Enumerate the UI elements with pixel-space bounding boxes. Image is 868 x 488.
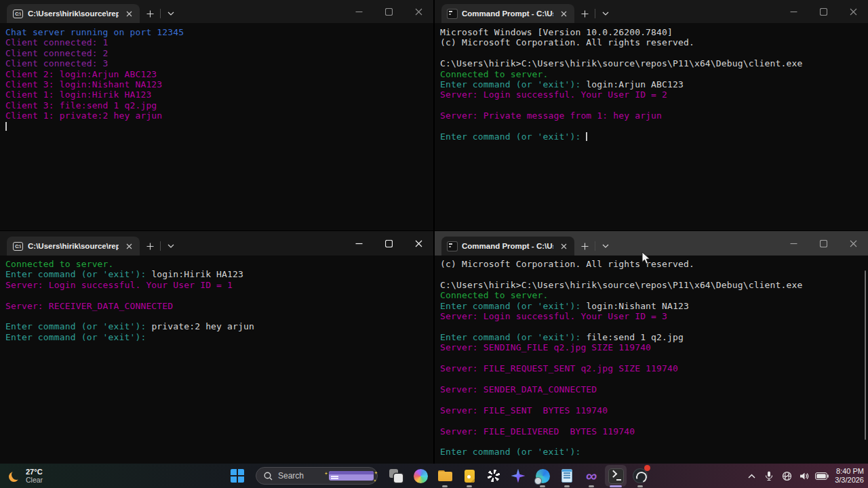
close-button[interactable] bbox=[403, 231, 433, 256]
terminal-output-nishant[interactable]: (c) Microsoft Corporation. All rights re… bbox=[435, 256, 868, 462]
notepad-button[interactable] bbox=[555, 464, 579, 488]
tab-close-icon[interactable] bbox=[123, 241, 134, 251]
terminal-output-server[interactable]: Chat server running on port 12345Client … bbox=[0, 23, 433, 136]
terminal-line: Server: Login successful. Your User ID =… bbox=[440, 311, 863, 321]
tab-dropdown-button[interactable] bbox=[161, 237, 181, 256]
cmd-terminal-icon: C:\ bbox=[13, 242, 23, 251]
task-view-button[interactable] bbox=[384, 464, 408, 488]
start-button[interactable] bbox=[225, 464, 250, 488]
window-client-hirik: C:\ C:\Users\hirik\source\repos\P Connec… bbox=[0, 231, 433, 464]
active-app-backplate bbox=[605, 465, 627, 487]
tab-close-icon[interactable] bbox=[558, 8, 569, 19]
terminal-line bbox=[440, 48, 863, 58]
new-tab-button[interactable] bbox=[140, 237, 160, 256]
titlebar[interactable]: Command Prompt - C:\Users\ bbox=[435, 231, 868, 256]
terminal-line: Server: SENDER_DATA_CONNECTED bbox=[440, 384, 863, 394]
tab-dropdown-button[interactable] bbox=[161, 4, 181, 23]
minimize-button[interactable] bbox=[344, 231, 374, 256]
tab-dropdown-button[interactable] bbox=[595, 4, 616, 23]
tab-dropdown-button[interactable] bbox=[595, 237, 616, 256]
terminal-line: Server: Login successful. Your User ID =… bbox=[5, 280, 428, 290]
visual-studio-button[interactable]: ∞ bbox=[579, 464, 604, 488]
sticky-notes-button[interactable] bbox=[457, 464, 481, 488]
terminal-line bbox=[440, 121, 863, 131]
terminal-line: Microsoft Windows [Version 10.0.26200.78… bbox=[440, 27, 863, 37]
tab-title: C:\Users\hirik\source\repos\P bbox=[28, 9, 119, 18]
active-running-indicator bbox=[610, 485, 622, 487]
new-tab-button[interactable] bbox=[140, 4, 160, 23]
minimize-button[interactable] bbox=[344, 0, 374, 23]
microphone-icon[interactable] bbox=[762, 466, 776, 486]
scrollbar[interactable] bbox=[865, 270, 866, 440]
terminal-line bbox=[440, 353, 863, 363]
terminal-line: Server: FILE_REQUEST_SENT q2.jpg SIZE 11… bbox=[440, 363, 863, 373]
tab-title: C:\Users\hirik\source\repos\P bbox=[28, 242, 119, 250]
tab-command-prompt[interactable]: Command Prompt - C:\Users\ bbox=[441, 237, 574, 256]
terminal-line: Client 3: login:Nishant NA123 bbox=[5, 79, 428, 89]
terminal-line bbox=[440, 269, 863, 279]
titlebar[interactable]: C:\ C:\Users\hirik\source\repos\P bbox=[0, 0, 433, 23]
running-indicator bbox=[442, 485, 448, 487]
terminal-line: Client connected: 1 bbox=[5, 37, 428, 47]
tab-close-icon[interactable] bbox=[123, 8, 134, 19]
terminal-line: Client 1: login:Hirik HA123 bbox=[5, 89, 428, 100]
window-client-arjun: Command Prompt - C:\Users\ Microsoft Win… bbox=[435, 0, 868, 230]
terminal-line: Client connected: 2 bbox=[5, 48, 428, 58]
terminal-line bbox=[440, 100, 863, 110]
battery-icon[interactable] bbox=[814, 466, 829, 486]
tab-title: Command Prompt - C:\Users\ bbox=[462, 242, 553, 250]
edge-browser-icon bbox=[536, 469, 550, 483]
terminal-line: Client 1: private:2 hey arjun bbox=[5, 110, 428, 121]
clock[interactable]: 8:40 PM 3/3/2026 bbox=[835, 467, 864, 485]
terminal-line: Enter command (or 'exit'): bbox=[440, 131, 863, 142]
windows-logo-icon bbox=[231, 469, 244, 483]
new-tab-button[interactable] bbox=[574, 4, 595, 23]
close-button[interactable] bbox=[838, 231, 868, 256]
terminal-line: Server: Login successful. Your User ID =… bbox=[440, 89, 863, 100]
volume-icon[interactable] bbox=[797, 466, 812, 486]
terminal-output-arjun[interactable]: Microsoft Windows [Version 10.0.26200.78… bbox=[435, 23, 868, 146]
maximize-button[interactable] bbox=[374, 0, 403, 23]
terminal-output-hirik[interactable]: Connected to server.Enter command (or 'e… bbox=[0, 256, 433, 346]
tab-close-icon[interactable] bbox=[558, 241, 569, 251]
window-client-nishant: Command Prompt - C:\Users\ (c) Microsoft… bbox=[435, 231, 868, 464]
tab-cmd-client[interactable]: C:\ C:\Users\hirik\source\repos\P bbox=[7, 237, 140, 256]
network-globe-icon[interactable] bbox=[779, 466, 794, 486]
cmd-terminal-icon: C:\ bbox=[13, 9, 23, 18]
gemini-button[interactable] bbox=[506, 464, 530, 488]
terminal-line bbox=[5, 121, 428, 131]
terminal-line bbox=[5, 311, 428, 321]
close-button[interactable] bbox=[838, 0, 868, 23]
file-explorer-button[interactable] bbox=[433, 464, 457, 488]
maximize-button[interactable] bbox=[808, 0, 838, 23]
terminal-line: Chat server running on port 12345 bbox=[5, 27, 428, 37]
chatgpt-button[interactable] bbox=[481, 464, 506, 488]
terminal-line: Server: Private message from 1: hey arju… bbox=[440, 110, 863, 121]
tray-overflow-button[interactable] bbox=[744, 466, 759, 486]
command-prompt-icon bbox=[448, 242, 457, 251]
terminal-line bbox=[5, 290, 428, 300]
titlebar[interactable]: Command Prompt - C:\Users\ bbox=[435, 0, 868, 23]
obs-studio-icon bbox=[633, 469, 647, 483]
search-box[interactable]: Search bbox=[256, 467, 378, 485]
edge-button[interactable] bbox=[530, 464, 555, 488]
tab-command-prompt[interactable]: Command Prompt - C:\Users\ bbox=[441, 4, 574, 23]
minimize-button[interactable] bbox=[778, 0, 808, 23]
titlebar[interactable]: C:\ C:\Users\hirik\source\repos\P bbox=[0, 231, 433, 256]
maximize-button[interactable] bbox=[374, 231, 403, 256]
obs-studio-button[interactable] bbox=[628, 464, 652, 488]
tab-cmd-server[interactable]: C:\ C:\Users\hirik\source\repos\P bbox=[7, 4, 140, 23]
terminal-line: Enter command (or 'exit'): bbox=[440, 447, 863, 457]
terminal-line bbox=[440, 415, 863, 426]
terminal-line: (c) Microsoft Corporation. All rights re… bbox=[440, 37, 863, 47]
terminal-line: Client 3: file:send 1 q2.jpg bbox=[5, 100, 428, 110]
maximize-button[interactable] bbox=[808, 231, 838, 256]
file-explorer-icon bbox=[438, 470, 452, 481]
copilot-button[interactable] bbox=[408, 464, 433, 488]
minimize-button[interactable] bbox=[778, 231, 808, 256]
gemini-star-icon bbox=[511, 469, 526, 483]
terminal-button[interactable] bbox=[604, 464, 628, 488]
close-button[interactable] bbox=[403, 0, 433, 23]
weather-widget[interactable]: 27°C Clear bbox=[9, 464, 43, 488]
new-tab-button[interactable] bbox=[574, 237, 595, 256]
